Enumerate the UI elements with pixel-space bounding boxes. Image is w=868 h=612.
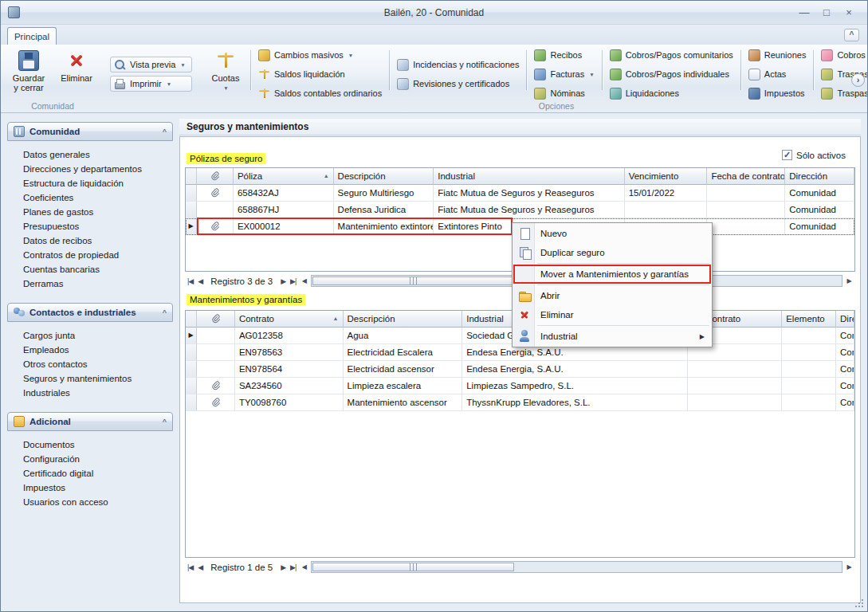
poliza-column-header[interactable]: Póliza▲	[234, 168, 334, 185]
sidebar-item-configuracion[interactable]: Configuración	[7, 452, 173, 466]
chevron-up-icon[interactable]: ^	[163, 308, 167, 316]
eliminar-button[interactable]: Eliminar	[53, 47, 100, 101]
liquidaciones-button[interactable]: Liquidaciones	[607, 85, 736, 101]
cuotas-button[interactable]: Cuotas ▼	[202, 47, 249, 101]
saldos-liquidacion-button[interactable]: Saldos liquidación	[255, 66, 385, 82]
next-record-button[interactable]: ▶	[278, 277, 288, 285]
nominas-button[interactable]: Nóminas	[531, 85, 597, 101]
sidebar-item-estructura-liquidacion[interactable]: Estructura de liquidación	[7, 176, 173, 190]
resize-grip[interactable]	[854, 598, 865, 609]
sidebar-item-datos-generales[interactable]: Datos generales	[7, 147, 173, 162]
sidebar-item-planes-gastos[interactable]: Planes de gastos	[7, 205, 173, 219]
elemento-column-header[interactable]: Elemento	[782, 311, 836, 328]
industrial-column-header[interactable]: Industrial	[434, 168, 624, 185]
cell-direccion: Comunidad	[836, 328, 854, 344]
table-row[interactable]: SA234560 Limpieza escalera Limpiezas Sam…	[186, 378, 854, 394]
incidencias-button[interactable]: Incidencias y notificaciones	[394, 57, 522, 73]
sidebar-item-cuentas-bancarias[interactable]: Cuentas bancarias	[7, 262, 173, 277]
vista-previa-button[interactable]: Vista previa ▼	[110, 57, 192, 73]
cell-fin-contrato	[688, 378, 782, 394]
table-row[interactable]: EN978564 Electricidad ascensor Endesa En…	[186, 361, 854, 378]
cobros-pagos-comunitarios-icon	[610, 49, 622, 61]
table-row[interactable]: 658432AJ Seguro Multiriesgo Fiatc Mutua …	[186, 185, 854, 202]
sidebar-section-comunidad[interactable]: Comunidad ^	[7, 122, 173, 141]
close-button[interactable]: ×	[839, 6, 859, 20]
actas-button[interactable]: Actas	[745, 66, 810, 82]
sidebar-item-presupuestos[interactable]: Presupuestos	[7, 219, 173, 233]
cambios-masivos-icon	[258, 49, 270, 61]
sidebar-item-datos-recibos[interactable]: Datos de recibos	[7, 233, 173, 248]
menu-item-eliminar[interactable]: Eliminar	[513, 305, 711, 324]
sidebar-item-direcciones[interactable]: Direcciones y departamentos	[7, 162, 173, 176]
next-record-button[interactable]: ▶	[278, 563, 288, 571]
cobros-pagos-comunitarios-button[interactable]: Cobros/Pagos comunitarios	[607, 47, 736, 63]
sidebar-item-otros-contactos[interactable]: Otros contactos	[7, 357, 173, 371]
last-record-button[interactable]: ▶|	[288, 277, 298, 285]
scrollbar-thumb[interactable]	[312, 563, 514, 571]
descripcion-column-header[interactable]: Descripción	[334, 168, 434, 185]
titlebar: Bailén, 20 - Comunidad — □ ×	[1, 1, 867, 25]
scroll-left-button[interactable]: ◀	[298, 563, 310, 571]
cobros-anticipados-button[interactable]: Cobros anticipad	[818, 47, 867, 63]
chevron-up-icon[interactable]: ^	[163, 418, 167, 426]
saldos-contables-button[interactable]: Saldos contables ordinarios	[255, 85, 385, 101]
scrollbar-thumb[interactable]	[312, 277, 514, 285]
prev-record-button[interactable]: ◀	[195, 563, 205, 571]
sidebar-item-usuarios-acceso[interactable]: Usuarios con acceso	[7, 495, 173, 509]
sidebar-item-impuestos[interactable]: Impuestos	[7, 481, 173, 495]
menu-item-abrir[interactable]: Abrir	[513, 286, 711, 305]
traspaso-dinero-button[interactable]: Traspaso dinero i	[818, 85, 867, 101]
sidebar-item-contratos-propiedad[interactable]: Contratos de propiedad	[7, 248, 173, 262]
imprimir-button[interactable]: Imprimir ▼	[110, 76, 192, 92]
sidebar-item-cargos-junta[interactable]: Cargos junta	[7, 328, 173, 343]
sidebar-item-industriales[interactable]: Industriales	[7, 386, 173, 400]
solo-activos-checkbox[interactable]: ✓ Sólo activos	[782, 150, 846, 160]
attachment-column-header[interactable]	[197, 168, 234, 185]
table-row[interactable]: 658867HJ Defensa Juridica Fiatc Mutua de…	[186, 202, 854, 218]
last-record-button[interactable]: ▶|	[288, 563, 298, 571]
guardar-y-cerrar-button[interactable]: Guardary cerrar	[5, 47, 53, 101]
scroll-right-button[interactable]: ▶	[843, 563, 855, 571]
sidebar-item-empleados[interactable]: Empleados	[7, 343, 173, 357]
cobros-pagos-individuales-button[interactable]: Cobros/Pagos individuales	[607, 66, 736, 82]
sidebar-item-seguros-mantenimientos[interactable]: Seguros y mantenimientos	[7, 371, 173, 386]
sidebar-item-derramas[interactable]: Derramas	[7, 277, 173, 291]
chevron-up-icon[interactable]: ^	[163, 128, 167, 135]
revisiones-button[interactable]: Revisiones y certificados	[394, 76, 522, 92]
minimize-button[interactable]: —	[794, 6, 815, 20]
first-record-button[interactable]: |◀	[185, 277, 195, 285]
prev-record-button[interactable]: ◀	[195, 277, 205, 285]
horizontal-scrollbar[interactable]	[311, 561, 842, 573]
sidebar-item-certificado-digital[interactable]: Certificado digital	[7, 466, 173, 481]
scroll-right-button[interactable]: ▶	[843, 277, 855, 284]
impuestos-button[interactable]: Impuestos	[745, 85, 810, 101]
cambios-masivos-button[interactable]: Cambios masivos ▼	[255, 47, 385, 63]
menu-item-duplicar-seguro[interactable]: Duplicar seguro	[513, 243, 711, 262]
direccion-column-header[interactable]: Dirección	[836, 311, 854, 328]
traspaso-dinero-icon	[821, 88, 833, 100]
attachment-column-header[interactable]	[197, 311, 235, 328]
sidebar-section-contactos[interactable]: Contactos e industriales ^	[7, 303, 173, 322]
menu-item-nuevo[interactable]: Nuevo	[513, 224, 711, 243]
ribbon-scroll-right-button[interactable]: ›	[851, 73, 865, 87]
table-row[interactable]: TY0098760 Mantenimiento ascensor ThyssnK…	[186, 394, 854, 411]
ribbon-separator	[526, 50, 527, 90]
restore-button[interactable]: □	[816, 6, 837, 20]
ribbon-collapse-button[interactable]: ^	[844, 29, 859, 41]
vencimiento-column-header[interactable]: Vencimiento	[625, 168, 708, 185]
tab-principal[interactable]: Principal	[7, 27, 57, 45]
sidebar-item-coeficientes[interactable]: Coeficientes	[7, 190, 173, 205]
first-record-button[interactable]: |◀	[185, 563, 195, 571]
descripcion-column-header[interactable]: Descripción	[344, 311, 463, 328]
menu-item-industrial[interactable]: Industrial ▶	[513, 327, 711, 346]
reuniones-button[interactable]: Reuniones	[745, 47, 810, 63]
recibos-button[interactable]: Recibos	[531, 47, 597, 63]
scroll-left-button[interactable]: ◀	[298, 277, 310, 284]
sidebar-item-documentos[interactable]: Documentos	[7, 437, 173, 452]
facturas-button[interactable]: Facturas ▼	[531, 66, 597, 82]
contrato-column-header[interactable]: Contrato▲	[235, 311, 344, 328]
direccion-column-header[interactable]: Dirección	[785, 168, 854, 185]
sidebar-section-adicional[interactable]: Adicional ^	[7, 412, 173, 431]
menu-item-mover-a-mantenimientos[interactable]: Mover a Mantenimientos y garantías	[513, 265, 711, 284]
fecha-contrato-column-header[interactable]: Fecha de contrato	[707, 168, 785, 185]
